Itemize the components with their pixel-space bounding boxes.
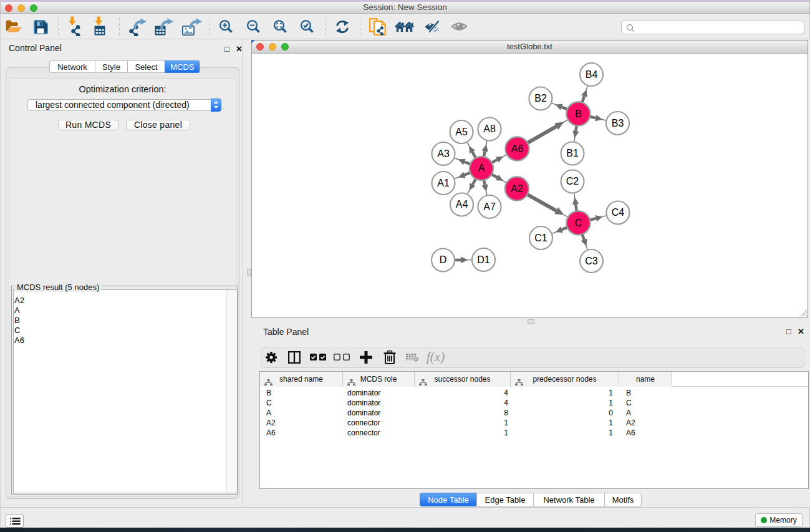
- svg-text:D1: D1: [477, 254, 490, 265]
- svg-text:B2: B2: [534, 93, 547, 104]
- svg-text:C2: C2: [566, 176, 579, 186]
- svg-text:A1: A1: [437, 178, 450, 188]
- svg-text:A: A: [478, 163, 485, 173]
- svg-text:C3: C3: [585, 256, 598, 266]
- svg-text:C: C: [575, 218, 582, 228]
- svg-text:C1: C1: [534, 233, 547, 243]
- svg-text:B: B: [575, 109, 582, 119]
- svg-text:A8: A8: [483, 123, 496, 134]
- svg-text:A4: A4: [456, 199, 468, 210]
- svg-text:A5: A5: [455, 127, 468, 137]
- svg-text:A3: A3: [437, 148, 450, 159]
- svg-text:A2: A2: [511, 183, 523, 194]
- svg-text:B4: B4: [586, 69, 598, 80]
- svg-text:B1: B1: [566, 148, 579, 158]
- svg-text:A6: A6: [511, 143, 524, 154]
- svg-text:B3: B3: [612, 118, 624, 128]
- svg-text:A7: A7: [483, 201, 496, 212]
- svg-text:D: D: [440, 254, 447, 265]
- svg-text:C4: C4: [612, 207, 625, 218]
